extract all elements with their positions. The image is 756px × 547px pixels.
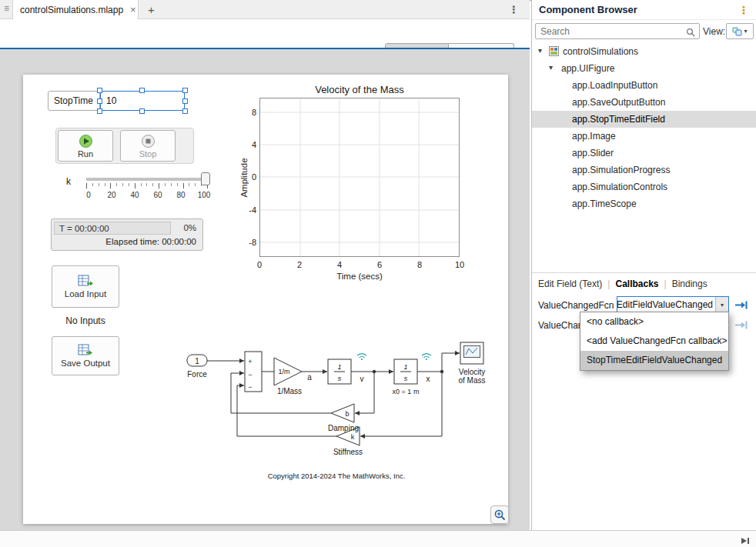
stoptime-field-label[interactable]: StopTime xyxy=(48,91,100,111)
tab-edit-field[interactable]: Edit Field (Text) xyxy=(538,279,602,289)
tree-item-uifigure[interactable]: ▾ app.UIFigure xyxy=(532,60,756,77)
selection-handle[interactable] xyxy=(97,88,102,93)
chevron-down-icon: ▾ xyxy=(744,28,747,35)
dropdown-item-stoptime-callback[interactable]: StopTimeEditFieldValueChanged xyxy=(580,351,728,370)
selection-handle[interactable] xyxy=(97,98,102,104)
tree-item-label: app.Slider xyxy=(572,148,614,158)
component-tree: ▾ controlSimulations ▾ app.UIFigure app.… xyxy=(532,42,756,272)
goto-callback-icon-disabled xyxy=(734,319,748,333)
view-dropdown[interactable]: ▾ xyxy=(726,23,754,39)
load-input-button[interactable]: Load Input xyxy=(52,265,119,308)
tree-item-saveoutputbutton[interactable]: app.SaveOutputButton xyxy=(532,94,756,111)
selection-handle[interactable] xyxy=(139,108,145,114)
canvas-zoom-button[interactable] xyxy=(490,505,509,524)
chart-title: Velocity of the Mass xyxy=(259,84,460,95)
dropdown-item-add-callback[interactable]: <add ValueChangedFcn callback> xyxy=(580,332,728,351)
y-tick-label: 0 xyxy=(236,172,256,182)
gain-value: 1/m xyxy=(278,368,289,375)
bottom-bar xyxy=(0,530,756,547)
tree-item-simulationcontrols[interactable]: app.SimulationControls xyxy=(532,178,756,195)
tree-item-controlSimulations[interactable]: ▾ controlSimulations xyxy=(532,43,756,60)
tree-item-timescope[interactable]: app.TimeScope xyxy=(532,195,756,212)
selection-handle[interactable] xyxy=(139,88,145,93)
zoom-in-icon xyxy=(494,509,506,521)
tree-item-label: app.Image xyxy=(572,131,616,142)
tree-item-loadinputbutton[interactable]: app.LoadInputButton xyxy=(532,77,756,94)
tree-item-simulationprogress[interactable]: app.SimulationProgress xyxy=(532,162,756,178)
tab-separator: | xyxy=(607,279,610,289)
load-input-icon xyxy=(78,275,94,287)
collapse-panel-icon[interactable] xyxy=(740,535,751,547)
document-bar-icon[interactable]: ≡ xyxy=(4,3,9,14)
valuechangingfcn-label: ValueChan xyxy=(538,320,580,331)
time-scope-axes[interactable] xyxy=(259,98,460,257)
stop-button[interactable]: Stop xyxy=(120,130,176,162)
expander-icon[interactable]: ▾ xyxy=(549,63,553,72)
inspector-tabs: Edit Field (Text)|Callbacks|Bindings xyxy=(538,279,707,289)
run-button-label: Run xyxy=(78,149,93,158)
new-tab-button[interactable]: + xyxy=(145,0,158,19)
progress-bar: T = 00:00:00 xyxy=(54,222,171,235)
selection-handle[interactable] xyxy=(182,108,188,114)
dropdown-item-no-callback[interactable]: <no callback> xyxy=(580,312,728,332)
stiffness-label: Stiffness xyxy=(333,448,363,456)
initial-condition-label: x0 = 1 m xyxy=(393,388,420,395)
valuechangedfcn-value[interactable]: StopTimeEditFieldValueChanged xyxy=(617,297,715,312)
signal-x-label: x xyxy=(427,375,430,383)
tab-bindings[interactable]: Bindings xyxy=(672,279,707,289)
save-output-button[interactable]: Save Output xyxy=(52,336,119,375)
component-browser-header: Component Browser ⋮ xyxy=(532,0,756,20)
slider-tick-label: 80 xyxy=(169,191,192,199)
slider-label: k xyxy=(57,176,71,187)
signal-a-label: a xyxy=(307,373,312,382)
tab-controlSimulations[interactable]: controlSimulations.mlapp × xyxy=(12,0,139,19)
y-tick-label: -8 xyxy=(236,238,256,247)
simulink-diagram: 1 Force + − − 1/m 1/Mass a 1 s 1 s v x x… xyxy=(177,305,497,489)
app-canvas[interactable]: StopTime Run Stop k xyxy=(23,75,508,524)
simulation-progress-panel[interactable]: T = 00:00:00 0% Elapsed time: 00:00:00 xyxy=(51,218,203,251)
tree-item-stoptimeeditfield[interactable]: app.StopTimeEditField xyxy=(532,111,756,128)
integrator-denominator: s xyxy=(404,375,408,382)
x-tick-label: 4 xyxy=(332,260,347,269)
damping-gain-value: b xyxy=(345,410,349,418)
slider-track[interactable] xyxy=(86,178,207,181)
chart-xlabel: Time (secs) xyxy=(259,272,460,281)
tree-item-image[interactable]: app.Image xyxy=(532,128,756,145)
callback-dropdown-list: <no callback> <add ValueChangedFcn callb… xyxy=(580,312,729,371)
tab-callbacks[interactable]: Callbacks xyxy=(615,279,658,289)
tab-bar-menu-icon[interactable]: ⋮ xyxy=(506,0,522,19)
x-tick-label: 8 xyxy=(412,260,427,269)
stop-icon xyxy=(141,134,156,148)
search-row: View: ▾ xyxy=(532,20,756,42)
expander-icon[interactable]: ▾ xyxy=(538,46,542,55)
slider-tick-label: 20 xyxy=(100,191,123,199)
tree-item-label: app.SimulationControls xyxy=(572,182,667,192)
tree-item-label: app.SaveOutputButton xyxy=(572,97,665,108)
save-output-icon xyxy=(78,344,94,356)
search-input[interactable] xyxy=(535,23,700,39)
component-browser-panel: Component Browser ⋮ View: ▾ xyxy=(531,0,756,530)
selection-handle[interactable] xyxy=(182,88,188,93)
run-button[interactable]: Run xyxy=(58,130,113,162)
x-tick-label: 2 xyxy=(292,260,307,269)
valuechangedfcn-combobox[interactable]: StopTimeEditFieldValueChanged ▾ xyxy=(617,296,729,313)
chart-gridlines xyxy=(260,98,459,256)
selection-handle[interactable] xyxy=(182,98,188,104)
slider-thumb[interactable] xyxy=(201,172,210,185)
slider-tick-label: 40 xyxy=(123,191,146,199)
tab-close-icon[interactable]: × xyxy=(130,4,136,15)
sum-block xyxy=(245,352,262,392)
simulink-model-image[interactable]: 1 Force + − − 1/m 1/Mass a 1 s 1 s v x x… xyxy=(177,305,497,489)
integrator-numerator: 1 xyxy=(403,363,407,371)
tree-item-slider[interactable]: app.Slider xyxy=(532,145,756,162)
no-inputs-label: No Inputs xyxy=(52,315,119,326)
damping-label: Damping xyxy=(328,424,359,432)
selection-handle[interactable] xyxy=(97,108,102,114)
y-tick-label: 8 xyxy=(236,108,256,117)
slider-tick-label: 0 xyxy=(77,191,100,199)
panel-menu-icon[interactable]: ⋮ xyxy=(738,4,749,16)
combobox-dropdown-button[interactable]: ▾ xyxy=(715,297,728,312)
goto-callback-icon[interactable] xyxy=(734,299,748,313)
gain-name: 1/Mass xyxy=(277,387,302,395)
mlapp-file-icon xyxy=(549,46,559,58)
